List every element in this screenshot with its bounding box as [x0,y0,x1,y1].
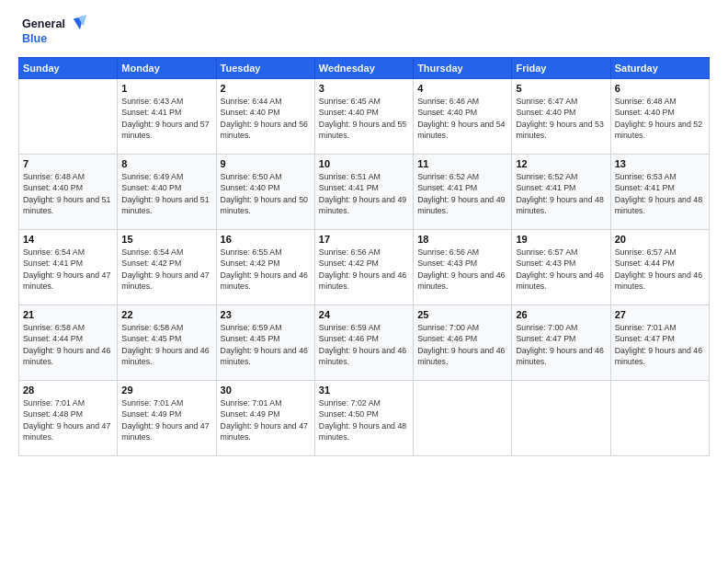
calendar-cell: 27Sunrise: 7:01 AMSunset: 4:47 PMDayligh… [610,305,709,381]
day-number: 11 [417,158,507,169]
day-info: Sunrise: 6:58 AMSunset: 4:45 PMDaylight:… [121,322,211,367]
svg-text:General: General [22,17,65,30]
day-info: Sunrise: 7:01 AMSunset: 4:47 PMDaylight:… [615,322,705,367]
calendar-cell: 19Sunrise: 6:57 AMSunset: 4:43 PMDayligh… [512,230,610,305]
day-number: 29 [121,385,211,396]
day-number: 1 [121,83,211,94]
calendar-cell: 23Sunrise: 6:59 AMSunset: 4:45 PMDayligh… [216,305,314,381]
day-number: 4 [417,83,507,94]
calendar-cell: 14Sunrise: 6:54 AMSunset: 4:41 PMDayligh… [19,230,118,305]
day-number: 19 [516,234,606,245]
calendar-cell: 17Sunrise: 6:56 AMSunset: 4:42 PMDayligh… [314,230,413,305]
calendar-week-row: 14Sunrise: 6:54 AMSunset: 4:41 PMDayligh… [19,230,710,305]
day-info: Sunrise: 6:56 AMSunset: 4:43 PMDaylight:… [417,247,507,292]
calendar-cell [512,381,610,456]
calendar-cell: 20Sunrise: 6:57 AMSunset: 4:44 PMDayligh… [610,230,709,305]
weekday-header-tuesday: Tuesday [216,58,314,79]
day-number: 14 [23,234,113,245]
day-number: 15 [121,234,211,245]
day-info: Sunrise: 6:48 AMSunset: 4:40 PMDaylight:… [23,171,113,216]
calendar-week-row: 28Sunrise: 7:01 AMSunset: 4:48 PMDayligh… [19,381,710,456]
day-number: 24 [319,309,409,320]
day-number: 2 [221,83,311,94]
calendar-cell: 11Sunrise: 6:52 AMSunset: 4:41 PMDayligh… [414,155,512,230]
calendar-week-row: 21Sunrise: 6:58 AMSunset: 4:44 PMDayligh… [19,305,710,381]
calendar-cell: 2Sunrise: 6:44 AMSunset: 4:40 PMDaylight… [216,79,314,155]
day-info: Sunrise: 6:45 AMSunset: 4:40 PMDaylight:… [319,96,409,141]
calendar-cell: 28Sunrise: 7:01 AMSunset: 4:48 PMDayligh… [19,381,118,456]
day-info: Sunrise: 7:01 AMSunset: 4:49 PMDaylight:… [121,397,211,442]
weekday-header-saturday: Saturday [610,58,709,79]
calendar-cell: 9Sunrise: 6:50 AMSunset: 4:40 PMDaylight… [216,155,314,230]
page-container: GeneralBlue SundayMondayTuesdayWednesday… [0,0,728,563]
day-info: Sunrise: 6:59 AMSunset: 4:45 PMDaylight:… [221,322,311,367]
calendar-cell: 5Sunrise: 6:47 AMSunset: 4:40 PMDaylight… [512,79,610,155]
day-number: 27 [615,309,705,320]
calendar-cell: 26Sunrise: 7:00 AMSunset: 4:47 PMDayligh… [512,305,610,381]
day-info: Sunrise: 6:54 AMSunset: 4:41 PMDaylight:… [23,247,113,292]
day-info: Sunrise: 7:00 AMSunset: 4:47 PMDaylight:… [516,322,606,367]
calendar-week-row: 7Sunrise: 6:48 AMSunset: 4:40 PMDaylight… [19,155,710,230]
general-blue-logo-icon: GeneralBlue [18,15,92,48]
weekday-header-friday: Friday [512,58,610,79]
calendar-cell [19,79,118,155]
day-info: Sunrise: 7:02 AMSunset: 4:50 PMDaylight:… [319,397,409,442]
weekday-header-monday: Monday [118,58,216,79]
day-number: 7 [23,158,113,169]
day-info: Sunrise: 6:46 AMSunset: 4:40 PMDaylight:… [417,96,507,141]
day-number: 26 [516,309,606,320]
day-number: 23 [221,309,311,320]
calendar-cell: 22Sunrise: 6:58 AMSunset: 4:45 PMDayligh… [118,305,216,381]
day-info: Sunrise: 6:59 AMSunset: 4:46 PMDaylight:… [319,322,409,367]
day-info: Sunrise: 6:51 AMSunset: 4:41 PMDaylight:… [319,171,409,216]
day-info: Sunrise: 6:43 AMSunset: 4:41 PMDaylight:… [121,96,211,141]
day-info: Sunrise: 6:50 AMSunset: 4:40 PMDaylight:… [221,171,311,216]
day-number: 28 [23,385,113,396]
day-number: 21 [23,309,113,320]
calendar-cell: 12Sunrise: 6:52 AMSunset: 4:41 PMDayligh… [512,155,610,230]
calendar-cell: 16Sunrise: 6:55 AMSunset: 4:42 PMDayligh… [216,230,314,305]
calendar-cell: 13Sunrise: 6:53 AMSunset: 4:41 PMDayligh… [610,155,709,230]
weekday-header-sunday: Sunday [19,58,118,79]
day-number: 8 [121,158,211,169]
day-number: 16 [221,234,311,245]
calendar-cell: 6Sunrise: 6:48 AMSunset: 4:40 PMDaylight… [610,79,709,155]
calendar-cell: 3Sunrise: 6:45 AMSunset: 4:40 PMDaylight… [314,79,413,155]
day-info: Sunrise: 6:56 AMSunset: 4:42 PMDaylight:… [319,247,409,292]
day-info: Sunrise: 6:44 AMSunset: 4:40 PMDaylight:… [221,96,311,141]
weekday-header-row: SundayMondayTuesdayWednesdayThursdayFrid… [19,58,710,79]
day-info: Sunrise: 6:47 AMSunset: 4:40 PMDaylight:… [516,96,606,141]
day-info: Sunrise: 6:54 AMSunset: 4:42 PMDaylight:… [121,247,211,292]
day-info: Sunrise: 6:55 AMSunset: 4:42 PMDaylight:… [221,247,311,292]
day-info: Sunrise: 6:49 AMSunset: 4:40 PMDaylight:… [121,171,211,216]
day-number: 17 [319,234,409,245]
calendar-cell: 1Sunrise: 6:43 AMSunset: 4:41 PMDaylight… [118,79,216,155]
calendar-cell: 10Sunrise: 6:51 AMSunset: 4:41 PMDayligh… [314,155,413,230]
calendar-cell: 29Sunrise: 7:01 AMSunset: 4:49 PMDayligh… [118,381,216,456]
calendar-cell: 31Sunrise: 7:02 AMSunset: 4:50 PMDayligh… [314,381,413,456]
day-number: 3 [319,83,409,94]
day-number: 5 [516,83,606,94]
day-number: 31 [319,385,409,396]
day-number: 25 [417,309,507,320]
calendar-week-row: 1Sunrise: 6:43 AMSunset: 4:41 PMDaylight… [19,79,710,155]
calendar-cell: 8Sunrise: 6:49 AMSunset: 4:40 PMDaylight… [118,155,216,230]
day-info: Sunrise: 7:01 AMSunset: 4:49 PMDaylight:… [221,397,311,442]
calendar-cell [610,381,709,456]
day-number: 10 [319,158,409,169]
calendar-cell: 30Sunrise: 7:01 AMSunset: 4:49 PMDayligh… [216,381,314,456]
logo: GeneralBlue [18,15,92,48]
calendar-cell: 18Sunrise: 6:56 AMSunset: 4:43 PMDayligh… [414,230,512,305]
day-number: 20 [615,234,705,245]
day-number: 30 [221,385,311,396]
calendar-cell [414,381,512,456]
day-number: 18 [417,234,507,245]
day-info: Sunrise: 6:57 AMSunset: 4:44 PMDaylight:… [615,247,705,292]
day-info: Sunrise: 6:52 AMSunset: 4:41 PMDaylight:… [417,171,507,216]
weekday-header-thursday: Thursday [414,58,512,79]
day-info: Sunrise: 6:53 AMSunset: 4:41 PMDaylight:… [615,171,705,216]
calendar-cell: 25Sunrise: 7:00 AMSunset: 4:46 PMDayligh… [414,305,512,381]
day-info: Sunrise: 6:52 AMSunset: 4:41 PMDaylight:… [516,171,606,216]
day-info: Sunrise: 7:01 AMSunset: 4:48 PMDaylight:… [23,397,113,442]
calendar-table: SundayMondayTuesdayWednesdayThursdayFrid… [18,57,710,456]
